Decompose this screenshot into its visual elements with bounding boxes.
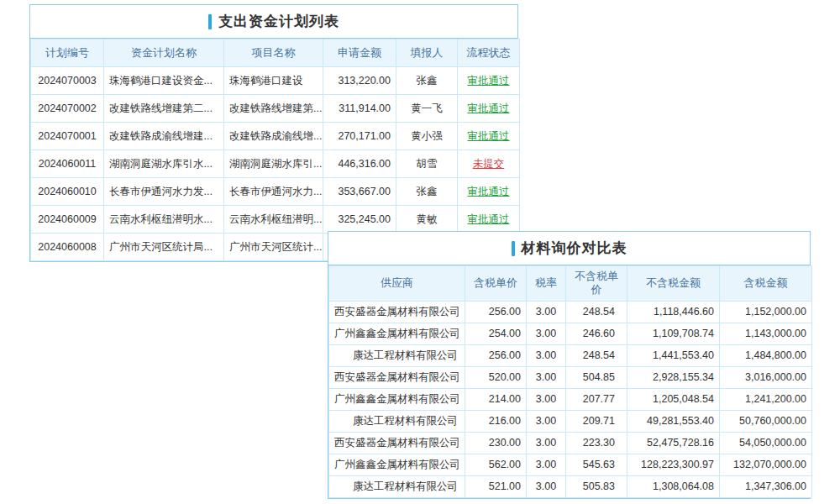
untaxed-price-cell: 207.77 <box>566 388 627 410</box>
plan-no-cell[interactable]: 2024070002 <box>31 95 104 123</box>
col-header-supplier: 供应商 <box>329 266 465 302</box>
status-cell[interactable]: 审批通过 <box>458 123 520 150</box>
taxed-price-cell: 562.00 <box>465 454 527 475</box>
project-name-cell[interactable]: 云南水利枢纽潜明... <box>224 206 323 234</box>
title-accent-bar <box>512 241 515 256</box>
taxed-amount-cell: 54,050,000.00 <box>720 432 812 454</box>
untaxed-amount-cell: 1,205,048.54 <box>627 388 720 410</box>
col-header-taxed-amount: 含税金额 <box>720 266 812 302</box>
table-row[interactable]: 西安盛器金属材料有限公司520.003.00504.852,928,155.34… <box>329 366 812 388</box>
filler-cell[interactable]: 张鑫 <box>396 178 458 206</box>
fund-name-cell[interactable]: 改建铁路成渝线增建... <box>104 123 224 150</box>
status-cell[interactable]: 审批通过 <box>458 67 520 95</box>
tax-rate-cell: 3.00 <box>527 301 566 323</box>
project-name-cell[interactable]: 改建铁路成渝线增... <box>224 123 323 150</box>
untaxed-amount-cell: 2,928,155.34 <box>627 366 720 388</box>
tax-rate-cell: 3.00 <box>527 323 566 344</box>
filler-cell[interactable]: 黄一飞 <box>396 95 458 123</box>
plan-no-cell[interactable]: 2024070003 <box>31 67 104 95</box>
col-header-plan-no: 计划编号 <box>31 39 104 67</box>
expense-plan-panel: 支出资金计划列表 计划编号 资金计划名称 项目名称 申请金额 填报人 流程状态 … <box>29 4 518 262</box>
supplier-cell[interactable]: 康达工程材料有限公司 <box>329 475 465 497</box>
supplier-cell[interactable]: 康达工程材料有限公司 <box>329 410 465 432</box>
filler-cell[interactable]: 黄小强 <box>396 123 458 150</box>
status-cell[interactable]: 审批通过 <box>458 178 520 206</box>
untaxed-price-cell: 248.54 <box>566 301 627 323</box>
taxed-price-cell: 254.00 <box>465 323 527 344</box>
supplier-cell[interactable]: 西安盛器金属材料有限公司 <box>329 301 465 323</box>
supplier-cell[interactable]: 广州鑫鑫金属材料有限公司 <box>329 388 465 410</box>
project-name-cell[interactable]: 湖南洞庭湖水库引... <box>224 150 323 178</box>
amount-cell: 353,667.00 <box>323 178 396 206</box>
project-name-cell[interactable]: 珠海鹤港口建设 <box>224 67 323 95</box>
col-header-untaxed-amount: 不含税金额 <box>627 266 720 302</box>
supplier-cell[interactable]: 广州鑫鑫金属材料有限公司 <box>329 323 465 344</box>
expense-plan-table-header: 计划编号 资金计划名称 项目名称 申请金额 填报人 流程状态 <box>31 39 520 67</box>
expense-plan-title-bar: 支出资金计划列表 <box>30 5 517 39</box>
material-quote-table-header: 供应商 含税单价 税率 不含税单价 不含税金额 含税金额 <box>329 266 812 302</box>
filler-cell[interactable]: 张鑫 <box>396 67 458 95</box>
col-header-taxed-price: 含税单价 <box>465 266 527 302</box>
table-row[interactable]: 2024070003珠海鹤港口建设资金...珠海鹤港口建设313,220.00张… <box>31 67 520 95</box>
col-header-fund-name: 资金计划名称 <box>104 39 224 67</box>
status-cell[interactable]: 审批通过 <box>458 95 520 123</box>
tax-rate-cell: 3.00 <box>527 388 566 410</box>
fund-name-cell[interactable]: 云南水利枢纽潜明水... <box>104 206 224 234</box>
table-row[interactable]: 康达工程材料有限公司216.003.00209.7149,281,553.405… <box>329 410 812 432</box>
title-accent-bar <box>208 14 212 29</box>
material-quote-title: 材料询价对比表 <box>522 239 627 258</box>
fund-name-cell[interactable]: 长春市伊通河水力发... <box>104 178 224 206</box>
taxed-amount-cell: 1,241,200.00 <box>720 388 812 410</box>
plan-no-cell[interactable]: 2024060009 <box>31 206 104 234</box>
taxed-price-cell: 230.00 <box>465 432 527 454</box>
project-name-cell[interactable]: 广州市天河区统计... <box>224 234 323 261</box>
taxed-price-cell: 214.00 <box>465 388 527 410</box>
untaxed-price-cell: 246.60 <box>566 323 627 344</box>
plan-no-cell[interactable]: 2024060011 <box>31 150 104 178</box>
untaxed-amount-cell: 49,281,553.40 <box>627 410 720 432</box>
page: 支出资金计划列表 计划编号 资金计划名称 项目名称 申请金额 填报人 流程状态 … <box>0 0 840 504</box>
fund-name-cell[interactable]: 珠海鹤港口建设资金... <box>104 67 224 95</box>
taxed-amount-cell: 1,143,000.00 <box>720 323 812 344</box>
supplier-cell[interactable]: 康达工程材料有限公司 <box>329 344 465 366</box>
plan-no-cell[interactable]: 2024070001 <box>31 123 104 150</box>
taxed-price-cell: 256.00 <box>465 301 527 323</box>
table-row[interactable]: 2024070001改建铁路成渝线增建...改建铁路成渝线增...270,171… <box>31 123 520 150</box>
filler-cell[interactable]: 胡雪 <box>396 150 458 178</box>
table-row[interactable]: 广州鑫鑫金属材料有限公司562.003.00545.63128,223,300.… <box>329 454 812 475</box>
table-row[interactable]: 西安盛器金属材料有限公司230.003.00223.3052,475,728.1… <box>329 432 812 454</box>
supplier-cell[interactable]: 西安盛器金属材料有限公司 <box>329 432 465 454</box>
taxed-amount-cell: 1,152,000.00 <box>720 301 812 323</box>
table-row[interactable]: 西安盛器金属材料有限公司256.003.00248.541,118,446.60… <box>329 301 812 323</box>
table-row[interactable]: 康达工程材料有限公司521.003.00505.831,308,064.081,… <box>329 475 812 497</box>
fund-name-cell[interactable]: 湖南洞庭湖水库引水... <box>104 150 224 178</box>
tax-rate-cell: 3.00 <box>527 454 566 475</box>
table-row[interactable]: 广州鑫鑫金属材料有限公司214.003.00207.771,205,048.54… <box>329 388 812 410</box>
status-cell[interactable]: 审批通过 <box>458 206 520 234</box>
project-name-cell[interactable]: 改建铁路线增建第... <box>224 95 323 123</box>
supplier-cell[interactable]: 西安盛器金属材料有限公司 <box>329 366 465 388</box>
table-row[interactable]: 2024060011湖南洞庭湖水库引水...湖南洞庭湖水库引...446,316… <box>31 150 520 178</box>
supplier-cell[interactable]: 广州鑫鑫金属材料有限公司 <box>329 454 465 475</box>
table-row[interactable]: 2024070002改建铁路线增建第二...改建铁路线增建第...311,914… <box>31 95 520 123</box>
plan-no-cell[interactable]: 2024060010 <box>31 178 104 206</box>
untaxed-price-cell: 248.54 <box>566 344 627 366</box>
fund-name-cell[interactable]: 改建铁路线增建第二... <box>104 95 224 123</box>
status-cell[interactable]: 未提交 <box>458 150 520 178</box>
project-name-cell[interactable]: 长春市伊通河水力... <box>224 178 323 206</box>
untaxed-amount-cell: 1,441,553.40 <box>627 344 720 366</box>
table-row[interactable]: 2024060009云南水利枢纽潜明水...云南水利枢纽潜明...325,245… <box>31 206 520 234</box>
untaxed-price-cell: 504.85 <box>566 366 627 388</box>
fund-name-cell[interactable]: 广州市天河区统计局... <box>104 234 224 261</box>
untaxed-amount-cell: 52,475,728.16 <box>627 432 720 454</box>
taxed-amount-cell: 3,016,000.00 <box>720 366 812 388</box>
tax-rate-cell: 3.00 <box>527 344 566 366</box>
plan-no-cell[interactable]: 2024060008 <box>31 234 104 261</box>
table-row[interactable]: 康达工程材料有限公司256.003.00248.541,441,553.401,… <box>329 344 812 366</box>
table-row[interactable]: 2024060010长春市伊通河水力发...长春市伊通河水力...353,667… <box>31 178 520 206</box>
taxed-amount-cell: 1,484,800.00 <box>720 344 812 366</box>
filler-cell[interactable]: 黄敏 <box>396 206 458 234</box>
taxed-amount-cell: 1,347,306.00 <box>720 475 812 497</box>
table-row[interactable]: 广州鑫鑫金属材料有限公司254.003.00246.601,109,708.74… <box>329 323 812 344</box>
taxed-amount-cell: 132,070,000.00 <box>720 454 812 475</box>
